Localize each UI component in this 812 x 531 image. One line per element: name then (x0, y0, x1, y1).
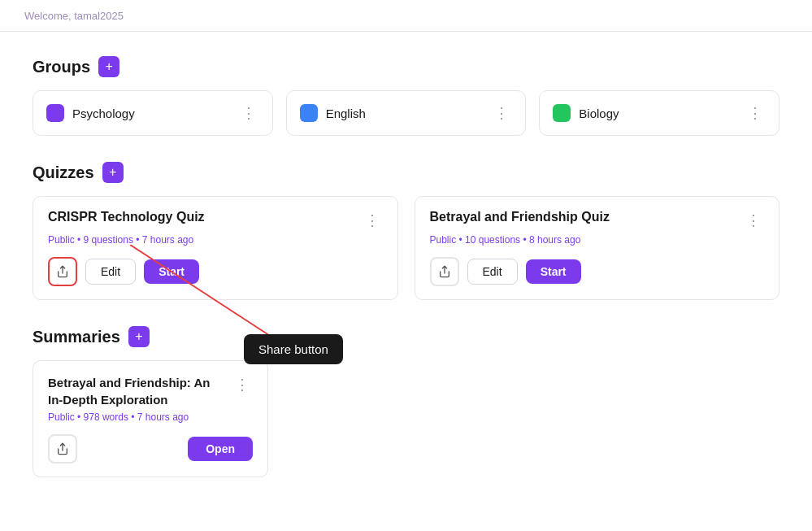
quiz-menu-crispr[interactable]: ⋮ (362, 210, 383, 231)
edit-button-crispr[interactable]: Edit (85, 259, 136, 285)
group-menu-biology[interactable]: ⋮ (745, 102, 766, 124)
welcome-text: Welcome, tamal2025 (24, 10, 124, 22)
quizzes-title: Quizzes (33, 163, 94, 182)
summaries-row: Betrayal and Friendship: An In-Depth Exp… (33, 360, 779, 477)
groups-title: Groups (33, 58, 90, 76)
add-quiz-button[interactable]: + (102, 162, 124, 183)
quiz-actions-betrayal: Edit Start (430, 257, 765, 286)
share-icon-betrayal (438, 265, 451, 278)
top-bar: Welcome, tamal2025 (0, 0, 812, 32)
quiz-card-crispr: CRISPR Technology Quiz ⋮ Public • 9 ques… (33, 196, 398, 300)
quizzes-row: CRISPR Technology Quiz ⋮ Public • 9 ques… (33, 196, 779, 300)
group-card-psychology[interactable]: Psychology ⋮ (33, 90, 273, 136)
main-content: Groups + Psychology ⋮ English ⋮ Biology (0, 32, 812, 502)
start-button-betrayal[interactable]: Start (526, 259, 581, 284)
share-button-crispr[interactable] (48, 257, 77, 286)
group-name-psychology: Psychology (72, 107, 135, 120)
group-menu-english[interactable]: ⋮ (491, 102, 512, 124)
group-color-english (300, 104, 318, 122)
summary-title-betrayal: Betrayal and Friendship: An In-Depth Exp… (48, 374, 232, 408)
quiz-title-betrayal: Betrayal and Friendship Quiz (430, 210, 610, 224)
edit-button-betrayal[interactable]: Edit (467, 259, 518, 285)
group-name-biology: Biology (579, 107, 619, 120)
summaries-section-header: Summaries + (33, 326, 779, 347)
add-summary-button[interactable]: + (128, 326, 150, 347)
summary-card-betrayal: Betrayal and Friendship: An In-Depth Exp… (33, 360, 268, 477)
quiz-title-crispr: CRISPR Technology Quiz (48, 210, 205, 224)
start-button-crispr[interactable]: Start (144, 259, 199, 284)
group-name-english: English (326, 107, 366, 120)
group-card-biology[interactable]: Biology ⋮ (539, 90, 779, 136)
quiz-meta-betrayal: Public • 10 questions • 8 hours ago (430, 234, 765, 246)
quiz-actions-crispr: Edit Start (48, 257, 383, 286)
quizzes-section-header: Quizzes + (33, 162, 779, 183)
groups-section-header: Groups + (33, 56, 779, 77)
summaries-title: Summaries (33, 328, 120, 346)
summary-actions-betrayal: Open (48, 434, 253, 464)
open-button-summary-betrayal[interactable]: Open (188, 437, 253, 461)
group-menu-psychology[interactable]: ⋮ (238, 102, 259, 124)
group-color-psychology (46, 104, 64, 122)
quiz-meta-crispr: Public • 9 questions • 7 hours ago (48, 234, 383, 246)
summary-menu-betrayal[interactable]: ⋮ (232, 374, 253, 395)
quiz-card-betrayal: Betrayal and Friendship Quiz ⋮ Public • … (415, 196, 780, 300)
share-button-summary-betrayal[interactable] (48, 434, 77, 464)
share-button-betrayal[interactable] (430, 257, 459, 286)
summary-meta-betrayal: Public • 978 words • 7 hours ago (48, 411, 253, 423)
groups-row: Psychology ⋮ English ⋮ Biology ⋮ (33, 90, 779, 136)
group-card-english[interactable]: English ⋮ (286, 90, 527, 136)
group-color-biology (553, 104, 571, 122)
quiz-menu-betrayal[interactable]: ⋮ (743, 210, 764, 231)
add-group-button[interactable]: + (98, 56, 119, 77)
share-icon (56, 265, 69, 278)
share-icon-summary (56, 442, 69, 455)
